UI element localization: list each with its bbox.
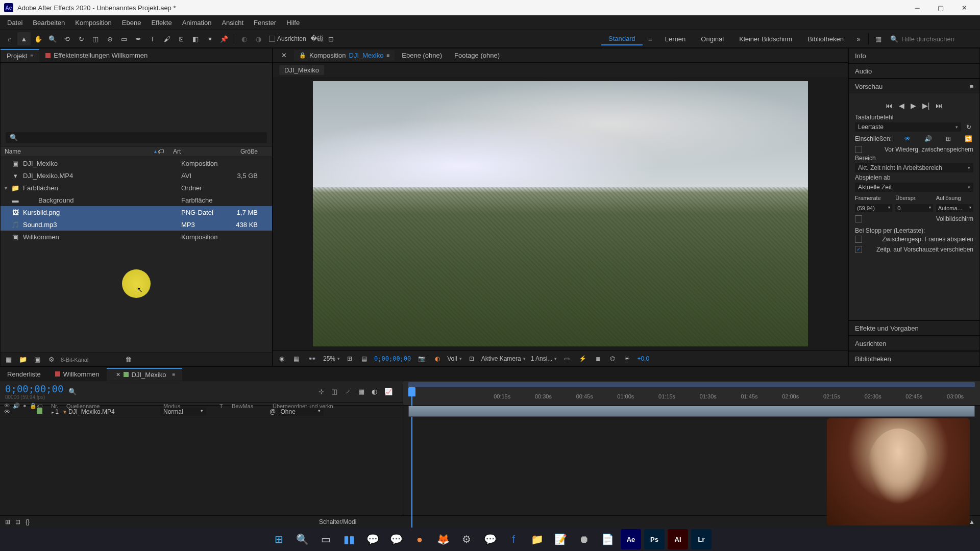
exposure-value[interactable]: +0,0 — [637, 355, 649, 362]
maximize-button[interactable]: ▢ — [929, 0, 952, 15]
cache-before-checkbox[interactable] — [855, 146, 862, 153]
taskbar-ae-icon[interactable]: Ae — [621, 529, 641, 549]
pen-tool-icon[interactable]: ✒ — [132, 32, 145, 45]
viewer-close-icon[interactable]: ✕ — [276, 50, 292, 61]
taskbar-teams-icon[interactable]: 💬 — [362, 529, 383, 549]
project-item[interactable]: 🖼Kursbild.pngPNG-Datei1,7 MB — [1, 206, 272, 218]
timeline-search-icon[interactable]: 🔍 — [68, 388, 77, 395]
selection-tool-icon[interactable]: ▲ — [17, 32, 31, 45]
camera-tool-icon[interactable]: ◫ — [89, 32, 102, 45]
skip-dropdown[interactable]: 0 — [895, 204, 933, 212]
draft-3d-icon[interactable]: ◫ — [331, 388, 337, 395]
parent-dropdown[interactable]: Ohne — [278, 408, 324, 416]
include-video-icon[interactable]: 👁 — [903, 135, 912, 143]
project-item[interactable]: ▣WillkommenKomposition — [1, 231, 272, 243]
cache-frames-checkbox[interactable] — [855, 236, 862, 243]
new-comp-icon[interactable]: ▣ — [32, 355, 42, 365]
taskbar-whatsapp-icon[interactable]: 💬 — [386, 529, 406, 549]
layer-bar[interactable] — [408, 406, 975, 417]
reset-icon[interactable]: ↻ — [964, 123, 973, 131]
menu-ansicht[interactable]: Ansicht — [216, 17, 249, 29]
eraser-tool-icon[interactable]: ◧ — [189, 32, 202, 45]
toggle-modes-icon[interactable]: ⊡ — [15, 518, 20, 525]
play-from-dropdown[interactable]: Aktuelle Zeit — [855, 183, 973, 192]
workspace-kleiner[interactable]: Kleiner Bildschirm — [732, 33, 799, 45]
taskbar-notes-icon[interactable]: 📝 — [550, 529, 571, 549]
menu-hilfe[interactable]: Hilfe — [281, 17, 305, 29]
taskbar-editor-icon[interactable]: 📄 — [597, 529, 618, 549]
tab-timeline-dji[interactable]: ✕DJI_Mexiko≡ — [107, 368, 183, 381]
taskbar-firefox-icon[interactable]: 🦊 — [433, 529, 453, 549]
zoom-dropdown[interactable]: 25% — [323, 355, 340, 362]
viewer-canvas[interactable] — [273, 77, 848, 350]
fullscreen-checkbox[interactable] — [855, 215, 862, 222]
anchor-tool-icon[interactable]: ⊕ — [103, 32, 116, 45]
include-overlays-icon[interactable]: ⊞ — [944, 135, 953, 143]
interpret-footage-icon[interactable]: ▦ — [4, 355, 14, 365]
zoom-tool-icon[interactable]: 🔍 — [46, 32, 59, 45]
taskbar-explorer-icon[interactable]: 📁 — [527, 529, 547, 549]
timeline-ruler[interactable]: 00:15s00:30s00:45s01:00s01:15s01:30s01:4… — [403, 381, 980, 406]
menu-fenster[interactable]: Fenster — [249, 17, 281, 29]
graph-editor-icon[interactable]: 📈 — [384, 388, 393, 395]
project-search[interactable]: 🔍 — [6, 132, 267, 143]
frame-blend-icon[interactable]: ▦ — [358, 388, 364, 395]
project-list[interactable]: ▣DJI_MexikoKomposition▾DJI_Mexiko.MP4AVI… — [1, 157, 272, 353]
pixel-aspect-icon[interactable]: ▭ — [562, 355, 572, 362]
help-search[interactable]: 🔍 — [886, 35, 977, 43]
col-size[interactable]: Größe — [224, 148, 268, 155]
menu-komposition[interactable]: Komposition — [70, 17, 117, 29]
help-search-input[interactable] — [901, 35, 973, 43]
include-audio-icon[interactable]: 🔊 — [923, 135, 933, 143]
layer-label-swatch[interactable] — [37, 408, 42, 414]
current-timecode[interactable]: 0;00;00;00 — [374, 355, 411, 362]
panel-vorschau[interactable]: Vorschau≡ — [849, 79, 979, 93]
roto-tool-icon[interactable]: ✦ — [203, 32, 216, 45]
taskbar-app-icon[interactable]: ⚙ — [456, 529, 477, 549]
project-item[interactable]: ▣DJI_MexikoKomposition — [1, 157, 272, 169]
menu-datei[interactable]: Datei — [2, 17, 28, 29]
taskbar-messenger-icon[interactable]: 💬 — [480, 529, 500, 549]
snap-extra-icon[interactable]: ⊡ — [325, 32, 338, 45]
rotate-tool-icon[interactable]: ↻ — [75, 32, 88, 45]
workspace-overflow-icon[interactable]: » — [852, 32, 865, 45]
roi-icon[interactable]: ⊡ — [467, 355, 476, 362]
puppet-tool-icon[interactable]: 📌 — [217, 32, 231, 45]
first-frame-icon[interactable]: ⏮ — [886, 102, 893, 110]
workspace-bibliotheken[interactable]: Bibliotheken — [800, 33, 851, 45]
close-button[interactable]: ✕ — [952, 0, 976, 15]
panel-bibliotheken[interactable]: Bibliotheken — [849, 352, 979, 366]
snapshot-icon[interactable]: 📷 — [416, 355, 428, 362]
workspace-standard[interactable]: Standard — [601, 33, 643, 45]
tab-footage[interactable]: Footage (ohne) — [449, 50, 505, 61]
text-tool-icon[interactable]: T — [146, 32, 159, 45]
resolution-preview-dropdown[interactable]: Automa... — [936, 204, 973, 212]
project-search-input[interactable] — [21, 134, 263, 141]
panel-menu-icon[interactable]: ≡ — [969, 83, 973, 90]
menu-animation[interactable]: Animation — [177, 17, 217, 29]
layer-visibility-icon[interactable]: 👁 — [4, 408, 10, 415]
menu-ebene[interactable]: Ebene — [117, 17, 146, 29]
fast-preview-icon[interactable]: ⚡ — [577, 355, 589, 362]
range-dropdown[interactable]: Akt. Zeit nicht in Arbeitsbereich — [855, 163, 973, 172]
tab-projekt[interactable]: Projekt ≡ — [1, 49, 39, 62]
move-time-checkbox[interactable] — [855, 246, 862, 253]
project-settings-icon[interactable]: ⚙ — [46, 355, 57, 365]
panel-effekte-vorgaben[interactable]: Effekte und Vorgaben — [849, 321, 979, 335]
taskbar-ps-icon[interactable]: Ps — [644, 529, 665, 549]
snap-checkbox[interactable]: Ausrichten — [266, 35, 309, 42]
close-tab-icon[interactable]: ✕ — [116, 371, 120, 378]
channel-icon[interactable]: ◐ — [433, 355, 442, 362]
comp-mini-flowchart-icon[interactable]: ⊹ — [318, 388, 324, 395]
grid-icon[interactable]: ▤ — [359, 355, 369, 362]
toggle-brackets-icon[interactable]: {} — [26, 518, 30, 525]
new-folder-icon[interactable]: 📁 — [18, 355, 28, 365]
taskbar-search-icon[interactable]: 🔍 — [292, 529, 312, 549]
panel-audio[interactable]: Audio — [849, 64, 979, 78]
tab-timeline-willkommen[interactable]: Willkommen — [48, 368, 107, 380]
flowchart-icon[interactable]: ⌬ — [608, 355, 617, 362]
layer-name[interactable]: ▾DJI_Mexiko.MP4 — [61, 408, 158, 415]
taskbar-facebook-icon[interactable]: f — [503, 529, 524, 549]
tab-effekteinstellungen[interactable]: Effekteinstellungen Willkommen — [39, 49, 154, 61]
project-item[interactable]: ▾📁FarbflächenOrdner — [1, 182, 272, 194]
